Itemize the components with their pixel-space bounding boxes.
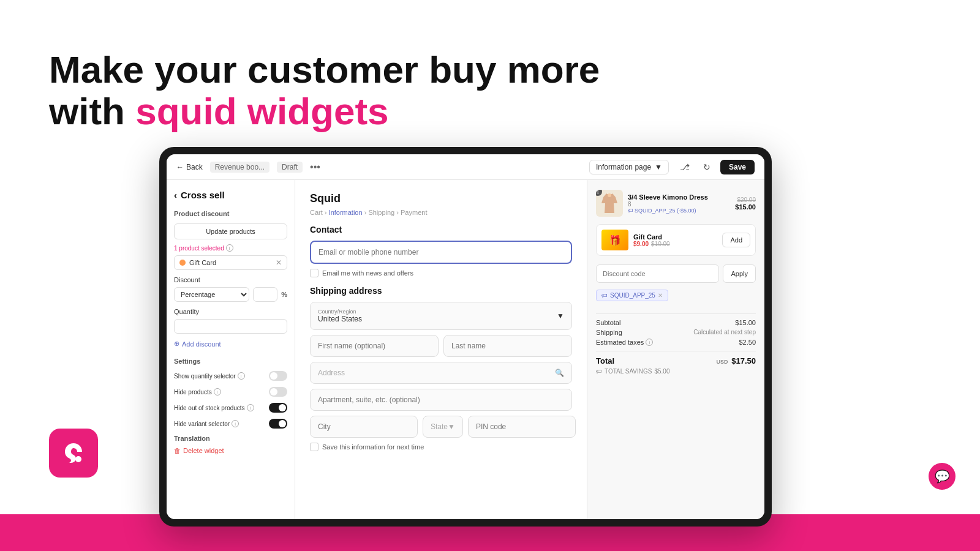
shipping-section: Shipping address Country/Region United S… — [310, 286, 572, 451]
topbar-more-button[interactable]: ••• — [310, 162, 320, 173]
coupon-remove-button[interactable]: ✕ — [658, 292, 663, 299]
savings-row: 🏷 TOTAL SAVINGS $5.00 — [596, 368, 756, 375]
savings-icon: 🏷 — [596, 368, 602, 375]
checkout-brand: Squid — [310, 192, 572, 205]
sidebar-back-arrow: ‹ — [174, 190, 177, 200]
main-content: ‹ Cross sell Product discount Update pro… — [167, 180, 764, 519]
email-input[interactable] — [310, 241, 572, 264]
hide-products-setting: Hide products i — [174, 387, 287, 397]
order-item-dress: 1 3/4 Sleeve Kimono Dress 8 🏷 SQUID_APP_… — [596, 190, 756, 217]
email-checkbox[interactable] — [310, 269, 318, 277]
logo-icon — [59, 438, 88, 468]
breadcrumb-shipping: Shipping — [368, 209, 394, 216]
breadcrumb-information: Information — [329, 209, 363, 216]
breadcrumb-payment: Payment — [401, 209, 427, 216]
contact-section-title: Contact — [310, 225, 572, 234]
total-divider — [596, 351, 756, 351]
svg-point-1 — [608, 193, 611, 197]
topbar-draft-badge[interactable]: Draft — [277, 162, 303, 173]
quantity-input[interactable]: 1 — [174, 319, 287, 334]
topbar-icons: ⎇ ↻ Save — [676, 159, 755, 176]
show-quantity-info-icon: i — [238, 372, 245, 380]
discount-code-row: Apply — [596, 264, 756, 283]
discount-code-input[interactable] — [596, 264, 719, 283]
last-name-input[interactable] — [443, 335, 572, 357]
hide-out-of-stock-setting: Hide out of stock products i — [174, 403, 287, 413]
dress-info: 3/4 Sleeve Kimono Dress 8 🏷 SQUID_APP_25… — [628, 193, 730, 214]
apply-button[interactable]: Apply — [723, 264, 756, 283]
breadcrumb-cart: Cart — [310, 209, 323, 216]
show-quantity-toggle[interactable] — [269, 371, 287, 381]
taxes-row: Estimated taxes i $2.50 — [596, 339, 756, 346]
discount-pct-label: % — [281, 287, 287, 302]
gift-card-prices: $9.00 $10.00 — [633, 241, 717, 247]
summary-divider — [596, 313, 756, 314]
checkout-breadcrumb: Cart › Information › Shipping › Payment — [310, 209, 572, 216]
country-select[interactable]: Country/Region United States ▼ — [310, 302, 572, 330]
topbar-back-button[interactable]: ← Back — [176, 163, 203, 171]
add-discount-link[interactable]: ⊕ Add discount — [174, 340, 287, 348]
email-checkbox-row: Email me with news and offers — [310, 269, 572, 277]
order-summary: 1 3/4 Sleeve Kimono Dress 8 🏷 SQUID_APP_… — [587, 180, 764, 519]
first-name-input[interactable] — [310, 335, 439, 357]
save-button[interactable]: Save — [720, 160, 755, 174]
sidebar-back-button[interactable]: ‹ Cross sell — [174, 190, 287, 200]
device-frame: ← Back Revenue boo... Draft ••• Informat… — [159, 147, 772, 527]
city-input[interactable] — [310, 416, 418, 438]
hero-section: Make your customer buy more with squid w… — [49, 49, 600, 132]
save-info-checkbox[interactable] — [310, 443, 318, 451]
gift-card-item: 🎁 Gift Card $9.00 $10.00 Add — [596, 224, 756, 256]
device-screen: ← Back Revenue boo... Draft ••• Informat… — [167, 154, 764, 519]
page-select-dropdown[interactable]: Information page ▼ — [589, 160, 669, 174]
product-chip-remove[interactable]: ✕ — [276, 258, 282, 267]
chat-button[interactable]: 💬 — [929, 463, 956, 490]
hide-products-info-icon: i — [214, 388, 221, 395]
topbar-preview-icon[interactable]: ⎇ — [676, 159, 693, 176]
search-icon: 🔍 — [555, 369, 564, 377]
trash-icon: 🗑 — [174, 447, 181, 454]
hide-variant-toggle[interactable] — [269, 419, 287, 429]
hero-title: Make your customer buy more with squid w… — [49, 49, 600, 132]
tag-icon: 🏷 — [601, 292, 608, 299]
city-state-row: State ▼ — [310, 416, 572, 438]
delete-widget-button[interactable]: 🗑 Delete widget — [174, 447, 287, 454]
apt-input[interactable] — [310, 389, 572, 411]
show-quantity-setting: Show quantity selector i — [174, 371, 287, 381]
product-discount-section-title: Product discount — [174, 210, 287, 217]
hide-products-toggle[interactable] — [269, 387, 287, 397]
product-info-icon: i — [226, 244, 233, 252]
state-select[interactable]: State ▼ — [423, 416, 463, 438]
hide-variant-info-icon: i — [232, 420, 239, 427]
hide-out-of-stock-toggle[interactable] — [269, 403, 287, 413]
dress-icon — [600, 192, 619, 214]
discount-row: Percentage 10 % — [174, 287, 287, 302]
discount-type-select[interactable]: Percentage — [174, 287, 249, 302]
quantity-label: Quantity — [174, 308, 287, 315]
settings-section-title: Settings — [174, 358, 287, 365]
hide-variant-setting: Hide variant selector i — [174, 419, 287, 429]
translation-section-title: Translation — [174, 435, 287, 442]
topbar-undo-icon[interactable]: ↻ — [698, 159, 715, 176]
discount-tag: 🏷 SQUID_APP_25 (-$5.00) — [628, 208, 730, 214]
product-selected-label: 1 product selected i — [174, 244, 287, 252]
plus-icon: ⊕ — [174, 340, 179, 348]
shipping-row: Shipping Calculated at next step — [596, 329, 756, 336]
topbar-breadcrumb[interactable]: Revenue boo... — [210, 162, 270, 173]
svg-point-0 — [75, 456, 81, 462]
chat-icon: 💬 — [935, 469, 950, 484]
coupon-tag: 🏷 SQUID_APP_25 ✕ — [596, 290, 668, 301]
gift-card-info: Gift Card $9.00 $10.00 — [633, 233, 717, 247]
pin-input[interactable] — [468, 416, 576, 438]
back-arrow-icon: ← — [176, 163, 184, 171]
address-input[interactable]: Address 🔍 — [310, 362, 572, 384]
checkout-area: Squid Cart › Information › Shipping › Pa… — [295, 180, 587, 519]
name-row — [310, 335, 572, 357]
shipping-section-title: Shipping address — [310, 286, 572, 296]
gift-card-image: 🎁 — [601, 230, 628, 250]
product-chip-dot — [179, 260, 186, 266]
discount-label: Discount — [174, 276, 287, 283]
add-gift-card-button[interactable]: Add — [722, 233, 750, 247]
discount-value-input[interactable]: 10 — [253, 287, 277, 302]
update-products-button[interactable]: Update products — [174, 223, 287, 239]
dress-prices: $20.00 $15.00 — [735, 197, 756, 211]
